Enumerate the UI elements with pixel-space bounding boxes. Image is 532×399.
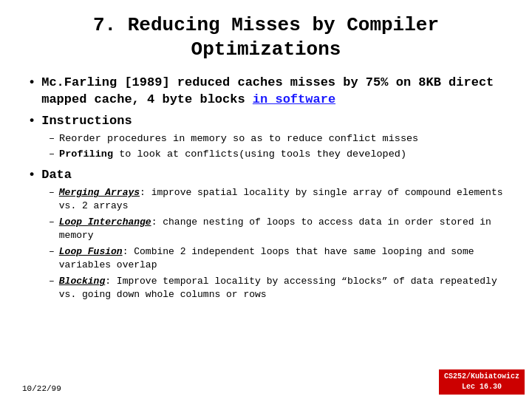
loop-interchange-label: Loop Interchange	[59, 216, 151, 228]
title-line2: Optimizations	[28, 38, 504, 62]
loop-fusion-label: Loop Fusion	[59, 246, 123, 257]
sub-text-loop-fusion: Loop Fusion: Combine 2 independent loops…	[59, 245, 504, 271]
dash-blocking: –	[49, 275, 55, 288]
footer-course-line1: CS252/Kubiatowicz	[444, 372, 519, 382]
sub-text-loop-interchange: Loop Interchange: change nesting of loop…	[59, 216, 504, 242]
profiling-bold-text: Profiling	[59, 149, 113, 160]
blocking-rest: : Improve temporal locality by accessing…	[59, 276, 497, 300]
bullet-mcfarling-text: Mc.Farling [1989] reduced caches misses …	[41, 75, 504, 109]
dash-loop-fusion: –	[49, 245, 55, 259]
bullet-dot-2: •	[28, 114, 35, 128]
data-sub-blocking: – Blocking: Improve temporal locality by…	[49, 275, 504, 301]
slide-title: 7. Reducing Misses by Compiler Optimizat…	[28, 13, 504, 61]
bullet-dot-3: •	[28, 168, 35, 182]
bullet-data-text: Data	[41, 167, 72, 184]
bullet-dot-1: •	[28, 75, 35, 89]
bullet-instructions: • Instructions	[28, 113, 504, 130]
title-line1: 7. Reducing Misses by Compiler	[28, 13, 504, 38]
sub-text-reorder: Reorder procedures in memory so as to re…	[59, 132, 504, 146]
data-sub-merging: – Merging Arrays: improve spatial locali…	[49, 186, 504, 212]
sub-text-blocking: Blocking: Improve temporal locality by a…	[59, 275, 504, 301]
merging-arrays-label: Merging Arrays	[59, 187, 140, 198]
data-sub-loop-fusion: – Loop Fusion: Combine 2 independent loo…	[49, 245, 504, 271]
data-sub-loop-interchange: – Loop Interchange: change nesting of lo…	[49, 216, 504, 242]
sub-text-merging: Merging Arrays: improve spatial locality…	[59, 186, 504, 212]
instructions-sub-bullets: – Reorder procedures in memory so as to …	[49, 132, 504, 161]
slide: 7. Reducing Misses by Compiler Optimizat…	[0, 0, 532, 399]
sub-text-profiling: Profiling to look at conflicts(using too…	[59, 148, 504, 161]
bullet-mcfarling: • Mc.Farling [1989] reduced caches misse…	[28, 75, 504, 109]
sub-bullet-reorder: – Reorder procedures in memory so as to …	[49, 132, 504, 146]
dash-profiling: –	[49, 148, 55, 161]
footer-course-badge: CS252/Kubiatowicz Lec 16.30	[439, 369, 525, 395]
footer-course-line2: Lec 16.30	[444, 382, 519, 392]
profiling-rest: to look at conflicts(using tools they de…	[113, 149, 406, 160]
blocking-label: Blocking	[59, 276, 105, 287]
data-sub-bullets: – Merging Arrays: improve spatial locali…	[49, 186, 504, 301]
dash-loop-interchange: –	[49, 216, 55, 229]
dash-merging: –	[49, 186, 55, 200]
bullet-data: • Data	[28, 167, 504, 184]
sub-bullet-profiling: – Profiling to look at conflicts(using t…	[49, 148, 504, 161]
bullet-instructions-text: Instructions	[41, 113, 132, 130]
footer-date: 10/22/99	[22, 384, 61, 393]
dash-reorder: –	[49, 132, 55, 146]
mcfarling-link: in software	[253, 92, 335, 106]
